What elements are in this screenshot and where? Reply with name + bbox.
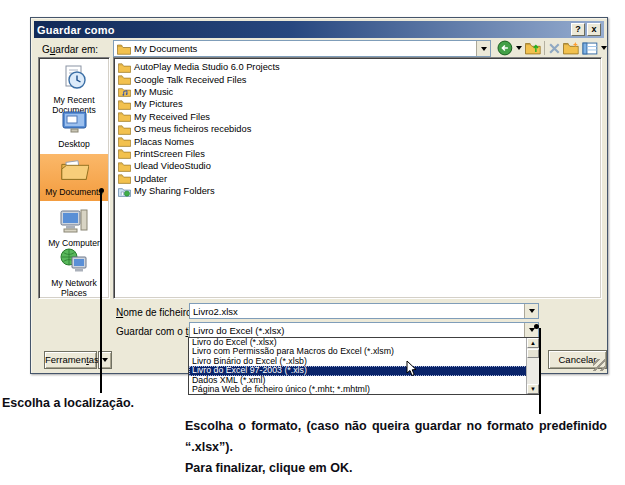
views-menu-caret-icon[interactable] (601, 46, 607, 53)
dropdown-option[interactable]: Dados XML (*.xml) (189, 376, 527, 385)
folder-icon (117, 43, 131, 55)
recent-documents-icon (61, 64, 88, 91)
file-name-combobox[interactable]: Livro2.xlsx (189, 303, 539, 319)
file-list-item[interactable]: Updater (114, 173, 601, 185)
music-folder-icon (118, 86, 131, 97)
my-computer-icon (60, 208, 88, 234)
toolbar-separator (544, 41, 545, 55)
file-type-combobox[interactable]: Livro do Excel (*.xlsx) (189, 322, 539, 338)
help-icon[interactable]: ? (571, 23, 585, 36)
delete-icon[interactable] (548, 42, 561, 55)
callout-line-location (100, 191, 102, 393)
sidebar-item-my-documents[interactable]: My Documents (40, 154, 108, 201)
annotation-location: Escolha a localização. (2, 396, 134, 410)
dialog-toolbar (497, 39, 607, 57)
file-list-item[interactable]: My Music (114, 86, 601, 98)
save-as-dialog: Guardar como ? x Guardar em: My Document… (30, 17, 608, 374)
folder-icon (118, 148, 131, 159)
dropdown-option-selected[interactable]: Livro do Excel 97-2003 (*.xls) (189, 366, 527, 375)
dropdown-scrollbar[interactable]: ▲ ▼ (526, 338, 539, 394)
file-list-item[interactable]: My Received Files (114, 111, 601, 123)
dialog-title: Guardar como (37, 24, 115, 36)
folder-icon (118, 173, 131, 184)
save-in-label: Guardar em: (42, 44, 98, 55)
file-list-item[interactable]: AutoPlay Media Studio 6.0 Projects (114, 61, 601, 73)
sidebar-item-my-network-places[interactable]: My Network Places (40, 248, 108, 298)
annotation-format: Escolha o formato, (caso não queira guar… (185, 416, 607, 479)
callout-dot (99, 188, 104, 193)
sidebar-item-desktop[interactable]: Desktop (40, 110, 108, 150)
file-list-panel[interactable]: AutoPlay Media Studio 6.0 Projects Googl… (113, 57, 602, 299)
back-menu-caret-icon[interactable] (516, 46, 522, 53)
file-name-label: Nome de ficheiro: (116, 307, 194, 318)
folder-icon (118, 111, 131, 122)
new-folder-icon[interactable] (563, 41, 579, 55)
file-list-item[interactable]: Ulead VideoStudio (114, 160, 601, 172)
file-name-dropdown-button[interactable] (524, 304, 538, 318)
dropdown-option[interactable]: Livro Binário do Excel (*.xlsb) (189, 357, 527, 366)
resize-grip[interactable] (593, 359, 605, 371)
scroll-up-icon[interactable]: ▲ (527, 338, 539, 348)
annotation-format-text: Escolha o formato, (caso não queira guar… (185, 416, 607, 458)
close-icon[interactable]: x (587, 23, 601, 36)
dropdown-option[interactable]: Livro com Permissão para Macros do Excel… (189, 347, 527, 356)
file-list-item[interactable]: My Pictures (114, 98, 601, 110)
scroll-down-icon[interactable]: ▼ (527, 384, 539, 394)
file-type-value: Livro do Excel (*.xlsx) (190, 325, 524, 336)
folder-icon (118, 136, 131, 147)
folder-icon (118, 99, 131, 110)
callout-line-format (539, 328, 541, 414)
file-type-dropdown-list: Livro do Excel (*.xlsx) Livro com Permis… (188, 337, 540, 395)
my-documents-icon (59, 157, 89, 183)
sidebar-item-my-computer[interactable]: My Computer (40, 208, 108, 249)
file-list-item[interactable]: My Sharing Folders (114, 185, 601, 197)
file-list-item[interactable]: PrintScreen Files (114, 148, 601, 160)
file-name-value[interactable]: Livro2.xlsx (190, 306, 524, 317)
title-bar[interactable]: Guardar como ? x (34, 21, 604, 38)
dropdown-option[interactable]: Livro do Excel (*.xlsx) (189, 338, 527, 347)
sharing-folders-icon (118, 186, 131, 197)
tools-button[interactable]: Ferramentas (44, 351, 97, 369)
folder-icon (118, 74, 131, 85)
location-combobox[interactable]: My Documents (113, 40, 491, 57)
folder-icon (118, 161, 131, 172)
sidebar-item-my-recent-documents[interactable]: My Recent Documents (40, 64, 108, 115)
file-list-item[interactable]: Google Talk Received Files (114, 73, 601, 85)
folder-icon (118, 124, 131, 135)
location-dropdown-button[interactable] (476, 41, 490, 56)
file-list-item[interactable]: Os meus ficheiros recebidos (114, 123, 601, 135)
network-places-icon (60, 248, 88, 274)
views-icon[interactable] (582, 42, 598, 55)
desktop-icon (61, 110, 88, 135)
file-list-item[interactable]: Placas Nomes (114, 135, 601, 147)
dropdown-option[interactable]: Página Web de ficheiro único (*.mht; *.m… (189, 385, 527, 394)
back-icon[interactable] (497, 40, 513, 56)
up-one-level-icon[interactable] (525, 41, 541, 55)
folder-icon (118, 62, 131, 73)
scrollbar-thumb[interactable] (527, 349, 539, 358)
annotation-finalize: Para finalizar, clique em OK. (185, 461, 352, 475)
mouse-cursor-icon (405, 360, 418, 378)
location-value: My Documents (131, 43, 476, 54)
